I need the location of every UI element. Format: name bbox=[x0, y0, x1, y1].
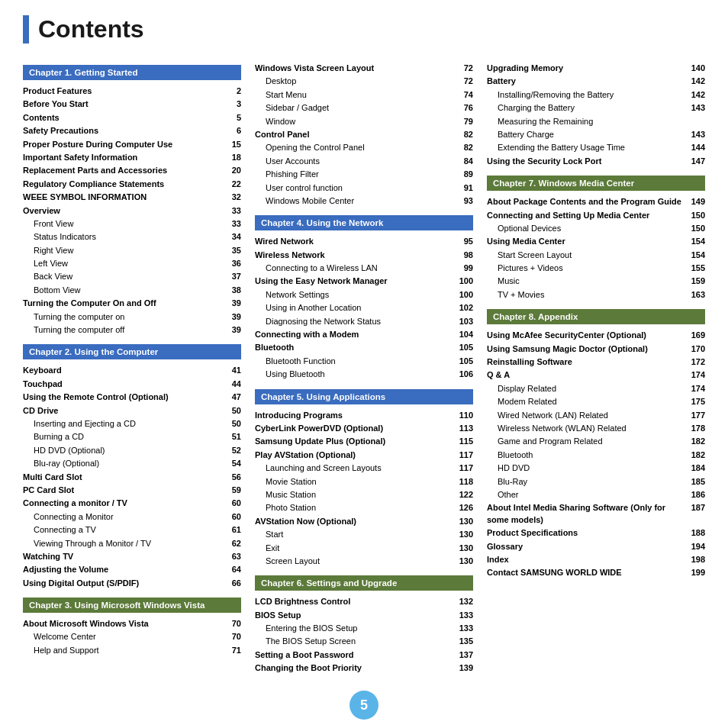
page-number: 5 bbox=[350, 691, 378, 720]
entry-text: Photo Station bbox=[266, 502, 456, 514]
entry-page: 133 bbox=[459, 610, 473, 621]
entry-text: Battery Charge bbox=[498, 129, 688, 140]
entry-text: HD DVD bbox=[498, 462, 688, 474]
entry-page: 61 bbox=[232, 524, 241, 536]
toc-entry: Battery142 bbox=[487, 75, 705, 88]
entry-page: 22 bbox=[232, 179, 241, 190]
entry-page: 39 bbox=[232, 311, 241, 323]
entry-text: Charging the Battery bbox=[498, 102, 688, 114]
entry-text: Network Settings bbox=[266, 289, 456, 301]
entry-text: Front View bbox=[34, 218, 229, 230]
entry-page: 99 bbox=[464, 263, 473, 274]
chapter-header-1-3: Chapter 3. Using Microsoft Windows Vista bbox=[23, 598, 241, 613]
toc-entry: Help and Support71 bbox=[23, 644, 241, 657]
toc-entry: Q & A174 bbox=[487, 369, 705, 382]
entry-page: 54 bbox=[232, 458, 241, 469]
entry-text: Setting a Boot Password bbox=[255, 649, 456, 661]
toc-entry: Bottom View38 bbox=[23, 284, 241, 297]
entry-page: 79 bbox=[464, 116, 473, 127]
entry-page: 150 bbox=[691, 223, 705, 234]
entry-text: Connecting with a Modem bbox=[255, 329, 456, 340]
chapter-header-2-2: Chapter 4. Using the Network bbox=[255, 215, 473, 230]
entry-text: WEEE SYMBOL INFORMATION bbox=[23, 192, 229, 203]
column-3: Upgrading Memory140Battery142Installing/… bbox=[487, 57, 705, 675]
entry-text: Game and Program Related bbox=[498, 436, 688, 447]
toc-entry: Using the Security Lock Port147 bbox=[487, 155, 705, 168]
entry-page: 154 bbox=[691, 236, 705, 247]
entry-page: 2 bbox=[237, 85, 241, 97]
entry-text: Viewing Through a Monitor / TV bbox=[34, 538, 229, 549]
chapter-header-3-2: Chapter 7. Windows Media Center bbox=[487, 176, 705, 191]
entry-text: Back View bbox=[34, 271, 229, 282]
entry-text: Start bbox=[266, 529, 456, 540]
toc-entry: Connecting with a Modem104 bbox=[255, 328, 473, 341]
entry-text: Pictures + Videos bbox=[498, 263, 688, 274]
entry-text: Music Station bbox=[266, 489, 456, 501]
toc-entry: Turning the Computer On and Off39 bbox=[23, 297, 241, 310]
entry-page: 39 bbox=[232, 324, 241, 336]
entry-page: 44 bbox=[232, 378, 241, 390]
entry-page: 50 bbox=[232, 418, 241, 430]
entry-page: 169 bbox=[691, 330, 705, 341]
entry-text: Exit bbox=[266, 543, 456, 554]
entry-text: Using Samsung Magic Doctor (Optional) bbox=[487, 343, 688, 355]
entry-text: Replacement Parts and Accessories bbox=[23, 165, 229, 176]
entry-text: Welcome Center bbox=[34, 631, 229, 643]
entry-text: Contents bbox=[23, 112, 234, 124]
toc-entry: TV + Movies163 bbox=[487, 288, 705, 301]
toc-entry: Watching TV63 bbox=[23, 550, 241, 563]
toc-entry: Index198 bbox=[487, 553, 705, 566]
chapter-header-1-2: Chapter 2. Using the Computer bbox=[23, 344, 241, 359]
entry-text: Play AVStation (Optional) bbox=[255, 449, 456, 461]
entry-text: Start Screen Layout bbox=[498, 250, 688, 261]
toc-entry: Product Features2 bbox=[23, 85, 241, 98]
entry-page: 5 bbox=[237, 112, 241, 124]
page-title: Contents bbox=[23, 15, 705, 43]
toc-entry: Burning a CD51 bbox=[23, 430, 241, 443]
toc-entry: CD Drive50 bbox=[23, 404, 241, 417]
toc-entry: Adjusting the Volume64 bbox=[23, 563, 241, 576]
toc-entry: Wireless Network (WLAN) Related178 bbox=[487, 422, 705, 435]
entry-page: 95 bbox=[464, 236, 473, 247]
entry-page: 64 bbox=[232, 564, 241, 575]
entry-text: Measuring the Remaining bbox=[498, 116, 705, 127]
toc-entry: Before You Start3 bbox=[23, 98, 241, 111]
entry-text: Music bbox=[498, 275, 688, 287]
entry-text: Wireless Network (WLAN) Related bbox=[498, 423, 688, 434]
toc-entry: Glossary194 bbox=[487, 540, 705, 553]
toc-entry: Phishing Filter89 bbox=[255, 168, 473, 181]
toc-entry: Safety Precautions6 bbox=[23, 124, 241, 137]
toc-entry: Using Samsung Magic Doctor (Optional)170 bbox=[487, 343, 705, 356]
entry-text: Connecting a TV bbox=[34, 524, 229, 536]
toc-entry: Bluetooth Function105 bbox=[255, 355, 473, 368]
toc-entry: BIOS Setup133 bbox=[255, 609, 473, 622]
toc-entry: Connecting to a Wireless LAN99 bbox=[255, 262, 473, 275]
toc-entry: Music Station122 bbox=[255, 488, 473, 501]
entry-page: 71 bbox=[232, 645, 241, 656]
entry-page: 89 bbox=[464, 169, 473, 180]
toc-entry: Game and Program Related182 bbox=[487, 435, 705, 448]
toc-entry: Display Related174 bbox=[487, 382, 705, 395]
entry-page: 113 bbox=[459, 423, 473, 434]
toc-entry: Battery Charge143 bbox=[487, 128, 705, 141]
entry-text: Windows Vista Screen Layout bbox=[255, 63, 461, 74]
toc-entry: Start130 bbox=[255, 528, 473, 541]
toc-entry: Launching and Screen Layouts117 bbox=[255, 462, 473, 475]
entry-text: Adjusting the Volume bbox=[23, 564, 229, 575]
toc-entry: Connecting a monitor / TV60 bbox=[23, 497, 241, 510]
entry-page: 98 bbox=[464, 250, 473, 261]
toc-entry: Turning the computer on39 bbox=[23, 311, 241, 324]
entry-text: PC Card Slot bbox=[23, 485, 229, 496]
entry-text: Bluetooth bbox=[498, 449, 688, 461]
toc-entry: Using Digital Output (S/PDIF)66 bbox=[23, 577, 241, 590]
toc-entry: Bluetooth105 bbox=[255, 341, 473, 354]
entry-page: 118 bbox=[459, 476, 473, 488]
entry-page: 33 bbox=[232, 218, 241, 230]
toc-entry: Connecting a TV61 bbox=[23, 523, 241, 536]
entry-text: Proper Posture During Computer Use bbox=[23, 139, 229, 150]
toc-entry: Regulatory Compliance Statements22 bbox=[23, 178, 241, 191]
toc-entry: Front View33 bbox=[23, 217, 241, 230]
toc-entry: User control function91 bbox=[255, 182, 473, 195]
entry-page: 3 bbox=[237, 98, 241, 110]
entry-text: User Accounts bbox=[266, 156, 461, 167]
